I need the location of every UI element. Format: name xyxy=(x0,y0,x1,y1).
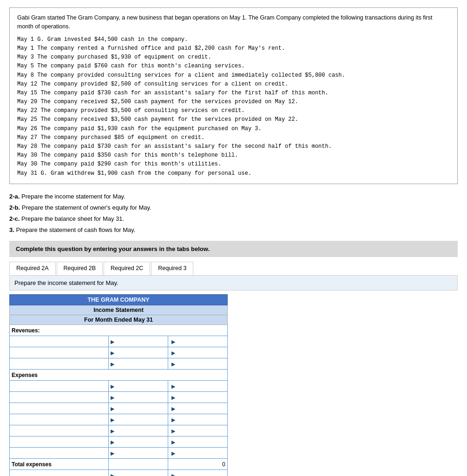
table-row: ▶ ▶ xyxy=(10,381,228,392)
row-value-cell[interactable]: ▶ xyxy=(168,336,228,347)
tab-req2a[interactable]: Required 2A xyxy=(9,262,56,275)
tab-req2c[interactable]: Required 2C xyxy=(104,262,150,275)
row-label-cell[interactable] xyxy=(10,392,109,403)
transaction-item: May 27 The company purchased $85 of equi… xyxy=(17,133,450,142)
company-name-row: THE GRAM COMPANY xyxy=(10,295,228,305)
transaction-item: May 20 The company received $2,500 cash … xyxy=(17,98,450,106)
income-statement-table-container: THE GRAM COMPANY Income Statement For Mo… xyxy=(9,294,228,476)
row-mid-cell[interactable]: ▶ xyxy=(109,381,168,392)
arrow-icon: ▶ xyxy=(111,439,116,445)
tabs-container: Required 2ARequired 2BRequired 2CRequire… xyxy=(9,262,458,276)
row-mid-cell[interactable]: ▶ xyxy=(109,414,168,425)
row-label-cell[interactable] xyxy=(10,414,109,425)
arrow-icon: ▶ xyxy=(111,417,116,423)
table-row: ▶ ▶ xyxy=(10,336,228,347)
row-mid-cell[interactable]: ▶ xyxy=(109,392,168,403)
tab-content-area: Prepare the income statement for May. xyxy=(9,276,458,291)
transactions-list: May 1 G. Gram invested $44,500 cash in t… xyxy=(17,35,450,178)
table-row: ▶ ▶ xyxy=(10,470,228,476)
arrow-icon: ▶ xyxy=(171,406,177,411)
arrow-icon: ▶ xyxy=(171,428,177,434)
arrow-icon: ▶ xyxy=(171,417,177,423)
row-label-cell[interactable] xyxy=(10,336,109,347)
section-label-cell: Expenses xyxy=(10,370,228,381)
problem-intro: Gabi Gram started The Gram Company, a ne… xyxy=(17,13,450,32)
section-label-row: Expenses xyxy=(10,370,228,381)
arrow-icon: ▶ xyxy=(111,383,116,389)
row-label-cell[interactable] xyxy=(10,381,109,392)
row-label-cell[interactable] xyxy=(10,403,109,414)
row-value-cell[interactable]: ▶ xyxy=(168,381,228,392)
question-item: 3. Prepare the statement of cash flows f… xyxy=(9,225,458,235)
row-label-cell[interactable] xyxy=(10,358,109,370)
transaction-item: May 30 The company paid $290 cash for th… xyxy=(17,160,450,169)
section-label-cell: Revenues: xyxy=(10,325,228,336)
arrow-icon: ▶ xyxy=(111,473,116,476)
table-row: ▶ ▶ xyxy=(10,448,228,459)
row-value-cell[interactable]: ▶ xyxy=(168,392,228,403)
section-label-row: Revenues: xyxy=(10,325,228,336)
transaction-item: May 25 The company received $3,500 cash … xyxy=(17,115,450,124)
transaction-item: May 30 The company paid $350 cash for th… xyxy=(17,151,450,160)
arrow-icon: ▶ xyxy=(171,395,177,400)
table-row: ▶ ▶ xyxy=(10,436,228,448)
total-mid-cell[interactable] xyxy=(109,459,168,470)
question-item: 2-c. Prepare the balance sheet for May 3… xyxy=(9,214,458,224)
transaction-item: May 3 The company purchased $1,930 of eq… xyxy=(17,53,450,62)
row-mid-cell[interactable]: ▶ xyxy=(109,336,168,347)
question-item: 2-b. Prepare the statement of owner's eq… xyxy=(9,203,458,213)
row-value-cell[interactable]: ▶ xyxy=(168,403,228,414)
tab-instruction: Prepare the income statement for May. xyxy=(14,279,118,286)
tab-req2b[interactable]: Required 2B xyxy=(57,262,103,275)
transaction-item: May 28 The company paid $730 cash for an… xyxy=(17,142,450,151)
row-label-cell[interactable] xyxy=(10,436,109,448)
arrow-icon: ▶ xyxy=(111,350,116,356)
row-mid-cell[interactable]: ▶ xyxy=(109,358,168,370)
arrow-icon: ▶ xyxy=(111,428,116,434)
total-value-cell: 0 xyxy=(168,459,228,470)
transaction-item: May 15 The company paid $730 cash for an… xyxy=(17,89,450,98)
tab-req3[interactable]: Required 3 xyxy=(151,262,193,275)
row-mid-cell[interactable]: ▶ xyxy=(109,347,168,358)
row-mid-cell[interactable]: ▶ xyxy=(109,470,168,476)
row-value-cell[interactable]: ▶ xyxy=(168,448,228,459)
transaction-item: May 31 G. Gram withdrew $1,900 cash from… xyxy=(17,169,450,178)
row-value-cell[interactable]: ▶ xyxy=(168,347,228,358)
transaction-item: May 26 The company paid $1,930 cash for … xyxy=(17,125,450,133)
row-mid-cell[interactable]: ▶ xyxy=(109,403,168,414)
arrow-icon: ▶ xyxy=(111,339,116,344)
row-value-cell[interactable]: ▶ xyxy=(168,436,228,448)
instruction-bar: Complete this question by entering your … xyxy=(9,241,458,257)
row-mid-cell[interactable]: ▶ xyxy=(109,425,168,436)
statement-name-cell: Income Statement xyxy=(10,305,228,315)
row-value-cell[interactable]: ▶ xyxy=(168,425,228,436)
question-item: 2-a. Prepare the income statement for Ma… xyxy=(9,192,458,202)
row-mid-cell[interactable]: ▶ xyxy=(109,448,168,459)
row-value-cell[interactable]: ▶ xyxy=(168,358,228,370)
arrow-icon: ▶ xyxy=(111,361,116,367)
row-label-cell[interactable] xyxy=(10,425,109,436)
transaction-item: May 5 The company paid $760 cash for thi… xyxy=(17,62,450,71)
arrow-icon: ▶ xyxy=(171,339,177,344)
row-label-cell[interactable] xyxy=(10,470,109,476)
table-row: ▶ ▶ xyxy=(10,347,228,358)
table-row: ▶ ▶ xyxy=(10,425,228,436)
problem-box: Gabi Gram started The Gram Company, a ne… xyxy=(9,7,458,184)
table-row: ▶ ▶ xyxy=(10,392,228,403)
statement-name-row: Income Statement xyxy=(10,305,228,315)
total-expenses-row: Total expenses0 xyxy=(10,459,228,470)
table-row: ▶ ▶ xyxy=(10,403,228,414)
row-value-cell[interactable]: ▶ xyxy=(168,470,228,476)
arrow-icon: ▶ xyxy=(171,361,177,367)
transaction-item: May 1 The company rented a furnished off… xyxy=(17,44,450,53)
arrow-icon: ▶ xyxy=(111,395,116,400)
row-value-cell[interactable]: ▶ xyxy=(168,414,228,425)
row-label-cell[interactable] xyxy=(10,347,109,358)
arrow-icon: ▶ xyxy=(171,473,177,476)
row-mid-cell[interactable]: ▶ xyxy=(109,436,168,448)
questions-section: 2-a. Prepare the income statement for Ma… xyxy=(9,192,458,235)
arrow-icon: ▶ xyxy=(171,383,177,389)
row-label-cell[interactable] xyxy=(10,448,109,459)
arrow-icon: ▶ xyxy=(111,450,116,456)
arrow-icon: ▶ xyxy=(111,406,116,411)
